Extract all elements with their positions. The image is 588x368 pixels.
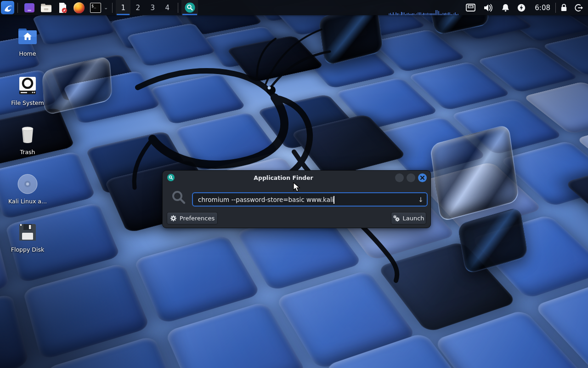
firefox-icon — [74, 2, 85, 13]
desktop-icon-floppy-disk[interactable]: Floppy Disk — [4, 222, 51, 253]
notifications-bell-icon[interactable] — [502, 4, 509, 12]
show-desktop-launcher[interactable] — [23, 2, 35, 14]
desktop-icon-label: Trash — [4, 149, 51, 155]
home-folder-icon — [17, 26, 38, 47]
workspace-label: 2 — [136, 4, 140, 12]
workspace-button-2[interactable]: 2 — [130, 0, 145, 15]
desktop: Home File System Trash — [0, 0, 588, 368]
workspace-button-4[interactable]: 4 — [160, 0, 175, 15]
trash-bucket-icon — [17, 124, 38, 145]
text-caret — [334, 196, 334, 204]
applications-menu-button[interactable] — [1, 1, 14, 14]
wallpaper-cube — [0, 293, 29, 368]
desktop-icon-kali-linux[interactable]: Kali Linux a... — [4, 173, 51, 205]
floppy-disk-icon — [17, 222, 38, 243]
finder-body: ↓ Preferences — [163, 184, 430, 229]
folder-icon — [40, 3, 52, 13]
close-icon — [420, 176, 424, 180]
desktop-icon-trash[interactable]: Trash — [4, 124, 51, 155]
workspace-label: 3 — [150, 4, 155, 12]
gear-icon — [170, 215, 177, 222]
preferences-label: Preferences — [180, 215, 215, 222]
history-dropdown-icon[interactable]: ↓ — [415, 196, 427, 203]
launch-label: Launch — [402, 215, 424, 222]
lock-screen-icon[interactable] — [560, 4, 567, 12]
top-panel: $_ ⌄ 1 2 3 4 — [0, 0, 588, 15]
workspace-label: 1 — [121, 4, 125, 12]
launch-button[interactable]: Launch — [391, 212, 426, 224]
launcher-dropdown-icon[interactable]: ⌄ — [104, 5, 108, 11]
command-entry: ↓ — [192, 192, 428, 207]
minimize-button[interactable] — [395, 173, 404, 182]
log-out-icon[interactable] — [574, 4, 583, 12]
terminal-launcher[interactable]: $_ — [90, 2, 102, 14]
workspace-button-1[interactable]: 1 — [116, 0, 130, 15]
hard-drive-icon — [17, 75, 38, 96]
panel-separator — [112, 3, 113, 13]
desktop-icon-label: Home — [4, 50, 51, 57]
search-teal-circle-icon — [185, 2, 195, 13]
desktop-icon-home[interactable]: Home — [4, 26, 51, 57]
kali-logo-icon — [3, 3, 12, 12]
workspace-label: 4 — [165, 4, 170, 12]
search-icon — [171, 190, 186, 205]
text-editor-launcher[interactable] — [57, 2, 68, 14]
power-manager-icon[interactable] — [517, 4, 526, 12]
cpu-graph[interactable] — [389, 9, 459, 15]
optical-disc-icon — [17, 173, 38, 195]
taskbar-application-finder[interactable] — [181, 0, 198, 15]
window-title: Application Finder — [175, 174, 392, 181]
panel-separator — [17, 3, 18, 13]
network-icon[interactable] — [466, 4, 475, 12]
titlebar[interactable]: Application Finder — [163, 171, 430, 184]
volume-icon[interactable] — [483, 4, 493, 12]
panel-separator — [178, 3, 178, 13]
desktop-icon-label: Floppy Disk — [4, 246, 51, 253]
maximize-button[interactable] — [407, 173, 415, 182]
desktop-icon-file-system[interactable]: File System — [4, 75, 51, 106]
desktop-icon-label: File System — [4, 99, 51, 106]
purple-window-icon — [24, 2, 35, 13]
clock[interactable]: 6:08 — [535, 4, 550, 12]
panel-separator — [555, 3, 556, 13]
desktop-icon-label: Kali Linux a... — [4, 198, 51, 205]
close-button[interactable] — [418, 173, 427, 182]
command-input[interactable] — [193, 196, 415, 203]
run-gears-icon — [393, 215, 400, 222]
web-browser-launcher[interactable] — [73, 2, 85, 14]
document-edit-icon — [57, 2, 68, 13]
file-manager-launcher[interactable] — [40, 2, 52, 14]
window-icon-search — [167, 174, 175, 181]
application-finder-window: Application Finder ↓ — [162, 170, 431, 228]
workspace-button-3[interactable]: 3 — [145, 0, 160, 15]
preferences-button[interactable]: Preferences — [167, 212, 218, 224]
terminal-icon: $_ — [90, 3, 101, 13]
